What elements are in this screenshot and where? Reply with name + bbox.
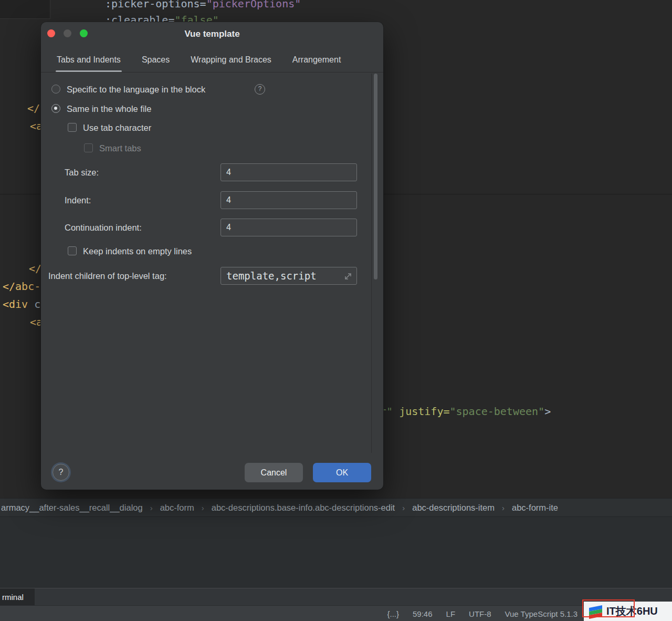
breadcrumb-item[interactable]: abc-descriptions.base-info.abc-descripti… <box>212 503 395 513</box>
breadcrumb: armacy__after-sales__recall__dialog › ab… <box>0 498 672 517</box>
breadcrumb-item[interactable]: abc-descriptions-item <box>412 503 495 513</box>
code-tag: </ <box>27 102 40 115</box>
continuation-indent-input[interactable] <box>220 219 357 236</box>
code-value: "pickerOptions" <box>206 0 301 10</box>
tabs-separator <box>41 72 383 73</box>
tab-spaces[interactable]: Spaces <box>142 51 170 72</box>
encoding-widget[interactable]: UTF-8 <box>469 609 491 618</box>
tool-window-tab-bar: rminal <box>0 588 672 606</box>
continuation-indent-label: Continuation indent: <box>65 223 142 233</box>
vue-template-settings-dialog: Vue template Tabs and Indents Spaces Wra… <box>41 22 383 490</box>
status-bar: {...} 59:46 LF UTF-8 Vue TypeScript 5.1.… <box>0 605 672 621</box>
expand-field-icon[interactable] <box>343 272 353 281</box>
tab-size-label: Tab size: <box>65 168 99 178</box>
code-text: c <box>28 298 40 310</box>
indent-label: Indent: <box>65 195 91 205</box>
radio-same-in-whole-file-label: Same in the whole file <box>67 104 151 114</box>
code-tag: <div <box>3 298 28 310</box>
use-tab-character-label: Use tab character <box>83 123 151 133</box>
code-tag: </ <box>29 262 41 275</box>
breadcrumb-item[interactable]: abc-form <box>160 503 194 513</box>
cancel-button[interactable]: Cancel <box>245 463 303 482</box>
terminal-tab[interactable]: rminal <box>0 588 35 606</box>
help-icon[interactable]: ? <box>255 84 265 95</box>
code-line: </abc- <box>3 277 40 295</box>
indent-children-label: Indent children of top-level tag: <box>48 271 167 281</box>
radio-specific-to-language-label: Specific to the language in the block <box>67 85 205 95</box>
tool-window-panel <box>0 517 672 588</box>
radio-specific-to-language[interactable] <box>51 85 60 94</box>
code-string: "space-between" <box>450 405 545 418</box>
code-style-widget[interactable]: {...} <box>387 609 399 618</box>
code-attr: justify= <box>393 405 449 418</box>
code-attr: :picker-options= <box>105 0 206 10</box>
smart-tabs-label: Smart tabs <box>99 143 141 153</box>
keep-indents-label: Keep indents on empty lines <box>83 246 192 256</box>
breadcrumb-separator-icon: › <box>402 503 405 512</box>
dialog-scrollbar-thumb[interactable] <box>374 74 377 280</box>
tab-wrapping-and-braces[interactable]: Wrapping and Braces <box>191 51 271 72</box>
settings-tabs: Tabs and Indents Spaces Wrapping and Bra… <box>41 51 383 72</box>
dialog-titlebar[interactable]: Vue template <box>41 22 383 45</box>
tab-tabs-and-indents[interactable]: Tabs and Indents <box>57 51 121 72</box>
code-line: <div c <box>3 295 40 313</box>
help-button[interactable]: ? <box>52 464 69 481</box>
code-tag: </abc- <box>3 280 40 293</box>
radio-same-in-whole-file[interactable] <box>51 104 60 113</box>
dialog-scrollbar-track[interactable] <box>371 74 372 453</box>
breadcrumb-separator-icon: › <box>202 503 204 512</box>
smart-tabs-checkbox <box>84 143 93 152</box>
tab-arrangement[interactable]: Arrangement <box>292 51 341 72</box>
typescript-version-widget[interactable]: Vue TypeScript 5.1.3 <box>505 609 578 618</box>
dialog-title: Vue template <box>41 22 383 45</box>
indent-input[interactable] <box>220 191 357 209</box>
code-text: > <box>544 405 551 418</box>
ok-button[interactable]: OK <box>313 463 371 482</box>
watermark-highlight-box <box>582 599 635 617</box>
caret-position-widget[interactable]: 59:46 <box>413 609 433 618</box>
use-tab-character-checkbox[interactable] <box>68 123 77 132</box>
code-line: </ <box>29 260 41 277</box>
editor-corner-panel <box>0 0 50 19</box>
line-ending-widget[interactable]: LF <box>446 609 456 618</box>
keep-indents-checkbox[interactable] <box>68 246 77 255</box>
breadcrumb-item[interactable]: abc-form-ite <box>512 503 558 513</box>
breadcrumb-separator-icon: › <box>502 503 505 512</box>
breadcrumb-item[interactable]: armacy__after-sales__recall__dialog <box>1 503 143 513</box>
tab-size-input[interactable] <box>220 163 357 181</box>
code-line: </ <box>27 99 40 117</box>
code-line: er" justify="space-between"> <box>374 402 551 420</box>
breadcrumb-separator-icon: › <box>150 503 153 512</box>
indent-children-input[interactable] <box>220 267 357 285</box>
